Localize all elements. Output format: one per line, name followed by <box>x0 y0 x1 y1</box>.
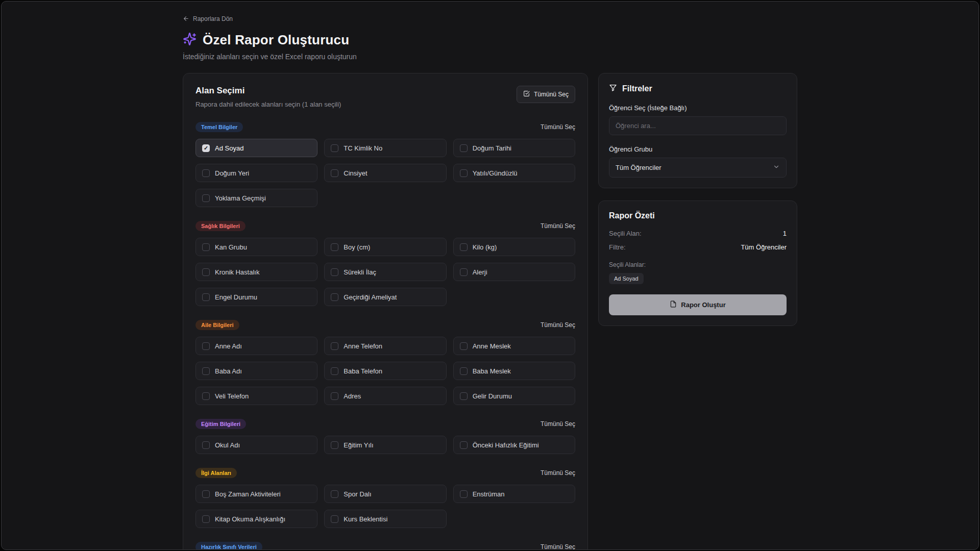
file-icon <box>670 300 677 309</box>
checkbox-icon[interactable] <box>460 169 468 177</box>
group-select-all-button[interactable]: Tümünü Seç <box>541 420 575 428</box>
checkbox-icon[interactable] <box>331 293 338 301</box>
field-checkbox-item[interactable]: Yoklama Geçmişi <box>195 189 317 207</box>
field-checkbox-item[interactable]: Doğum Tarihi <box>453 139 575 157</box>
checkbox-icon[interactable] <box>331 243 338 251</box>
student-group-select[interactable]: Tüm Öğrenciler <box>609 158 787 178</box>
checkbox-icon[interactable] <box>331 342 338 350</box>
field-label: Kronik Hastalık <box>215 268 259 276</box>
checkbox-icon[interactable] <box>331 367 338 375</box>
checkbox-icon[interactable] <box>202 441 210 449</box>
group-select-all-button[interactable]: Tümünü Seç <box>541 469 575 477</box>
field-checkbox-item[interactable]: Cinsiyet <box>324 164 446 182</box>
group-badge: İlgi Alanları <box>195 468 237 478</box>
checkbox-icon[interactable] <box>460 268 468 276</box>
field-checkbox-item[interactable]: Anne Adı <box>195 337 317 355</box>
checkbox-icon[interactable] <box>331 268 338 276</box>
checkbox-icon[interactable] <box>202 243 210 251</box>
field-checkbox-item[interactable]: Kan Grubu <box>195 238 317 256</box>
field-checkbox-item[interactable]: Kronik Hastalık <box>195 263 317 281</box>
checkbox-icon[interactable] <box>460 342 468 350</box>
field-checkbox-item[interactable]: Okul Adı <box>195 436 317 454</box>
checkbox-icon[interactable] <box>460 441 468 449</box>
checkbox-icon[interactable] <box>202 367 210 375</box>
checkbox-icon[interactable] <box>202 490 210 498</box>
field-checkbox-item[interactable]: Adres <box>324 387 446 405</box>
field-checkbox-item[interactable]: Eğitim Yılı <box>324 436 446 454</box>
checkbox-icon[interactable] <box>460 490 468 498</box>
field-checkbox-item[interactable]: Geçirdiği Ameliyat <box>324 288 446 306</box>
field-label: Okul Adı <box>215 441 240 449</box>
checkbox-icon[interactable]: ✓ <box>202 144 210 152</box>
checkbox-icon[interactable] <box>202 169 210 177</box>
page-title: Özel Rapor Oluşturucu <box>203 32 349 48</box>
checkbox-icon[interactable] <box>331 392 338 400</box>
field-checkbox-item[interactable]: Baba Meslek <box>453 362 575 380</box>
student-group-value: Tüm Öğrenciler <box>616 164 662 171</box>
field-checkbox-item[interactable]: Engel Durumu <box>195 288 317 306</box>
checkbox-icon[interactable] <box>460 367 468 375</box>
checkbox-icon[interactable] <box>460 144 468 152</box>
field-checkbox-item[interactable]: Sürekli İlaç <box>324 263 446 281</box>
field-label: Ad Soyad <box>215 144 243 152</box>
field-checkbox-item[interactable]: Alerji <box>453 263 575 281</box>
field-checkbox-item[interactable]: Doğum Yeri <box>195 164 317 182</box>
group-header: Hazırlık Sınıfı VerileriTümünü Seç <box>195 542 575 550</box>
filters-card: Filtreler Öğrenci Seç (İsteğe Bağlı) Öğr… <box>598 73 797 188</box>
student-search-input[interactable] <box>609 116 787 135</box>
checkbox-icon[interactable] <box>460 392 468 400</box>
field-checkbox-item[interactable]: Anne Meslek <box>453 337 575 355</box>
field-checkbox-item[interactable]: TC Kimlik No <box>324 139 446 157</box>
filter-label: Filtre: <box>609 243 626 251</box>
field-label: Veli Telefon <box>215 392 249 400</box>
field-checkbox-item[interactable]: Kitap Okuma Alışkanlığı <box>195 510 317 528</box>
checkbox-icon[interactable] <box>202 268 210 276</box>
checkbox-icon[interactable] <box>202 194 210 202</box>
field-label: Cinsiyet <box>344 169 367 177</box>
field-label: Sürekli İlaç <box>344 268 376 276</box>
field-label: Eğitim Yılı <box>344 441 373 449</box>
checkbox-icon[interactable] <box>331 441 338 449</box>
field-checkbox-item[interactable]: Gelir Durumu <box>453 387 575 405</box>
field-checkbox-item[interactable]: Boş Zaman Aktiviteleri <box>195 485 317 503</box>
field-checkbox-item[interactable]: Baba Adı <box>195 362 317 380</box>
checkbox-icon[interactable] <box>202 515 210 523</box>
field-checkbox-item[interactable]: Baba Telefon <box>324 362 446 380</box>
field-groups-container: Temel BilgilerTümünü Seç✓Ad SoyadTC Kiml… <box>195 122 575 550</box>
field-group: Hazırlık Sınıfı VerileriTümünü SeçMüfred… <box>195 542 575 550</box>
checkbox-icon[interactable] <box>202 342 210 350</box>
field-label: Engel Durumu <box>215 293 257 301</box>
group-select-all-button[interactable]: Tümünü Seç <box>541 222 575 230</box>
generate-report-button[interactable]: Rapor Oluştur <box>609 294 787 315</box>
field-label: Yoklama Geçmişi <box>215 194 266 202</box>
group-select-all-button[interactable]: Tümünü Seç <box>541 123 575 131</box>
field-checkbox-item[interactable]: Kilo (kg) <box>453 238 575 256</box>
field-label: Kitap Okuma Alışkanlığı <box>215 515 285 523</box>
group-badge: Temel Bilgiler <box>195 122 243 132</box>
checkbox-icon[interactable] <box>331 490 338 498</box>
field-checkbox-item[interactable]: Enstrüman <box>453 485 575 503</box>
field-checkbox-item[interactable]: Anne Telefon <box>324 337 446 355</box>
select-all-button[interactable]: Tümünü Seç <box>517 86 575 103</box>
checkbox-icon[interactable] <box>460 243 468 251</box>
field-checkbox-item[interactable]: Yatılı/Gündüzlü <box>453 164 575 182</box>
field-checkbox-item[interactable]: ✓Ad Soyad <box>195 139 317 157</box>
field-checkbox-item[interactable]: Spor Dalı <box>324 485 446 503</box>
field-checkbox-item[interactable]: Önceki Hafızlık Eğitimi <box>453 436 575 454</box>
group-select-all-button[interactable]: Tümünü Seç <box>541 321 575 329</box>
group-header: Sağlık BilgileriTümünü Seç <box>195 221 575 231</box>
back-to-reports-link[interactable]: Raporlara Dön <box>183 15 233 22</box>
checkbox-icon[interactable] <box>331 515 338 523</box>
field-label: Anne Adı <box>215 342 242 350</box>
group-badge: Sağlık Bilgileri <box>195 221 246 231</box>
field-label: Geçirdiği Ameliyat <box>344 293 397 301</box>
checkbox-icon[interactable] <box>331 169 338 177</box>
field-checkbox-item[interactable]: Kurs Beklentisi <box>324 510 446 528</box>
selected-count-label: Seçili Alan: <box>609 230 642 237</box>
field-checkbox-item[interactable]: Veli Telefon <box>195 387 317 405</box>
group-select-all-button[interactable]: Tümünü Seç <box>541 543 575 550</box>
checkbox-icon[interactable] <box>202 392 210 400</box>
checkbox-icon[interactable] <box>331 144 338 152</box>
field-checkbox-item[interactable]: Boy (cm) <box>324 238 446 256</box>
checkbox-icon[interactable] <box>202 293 210 301</box>
